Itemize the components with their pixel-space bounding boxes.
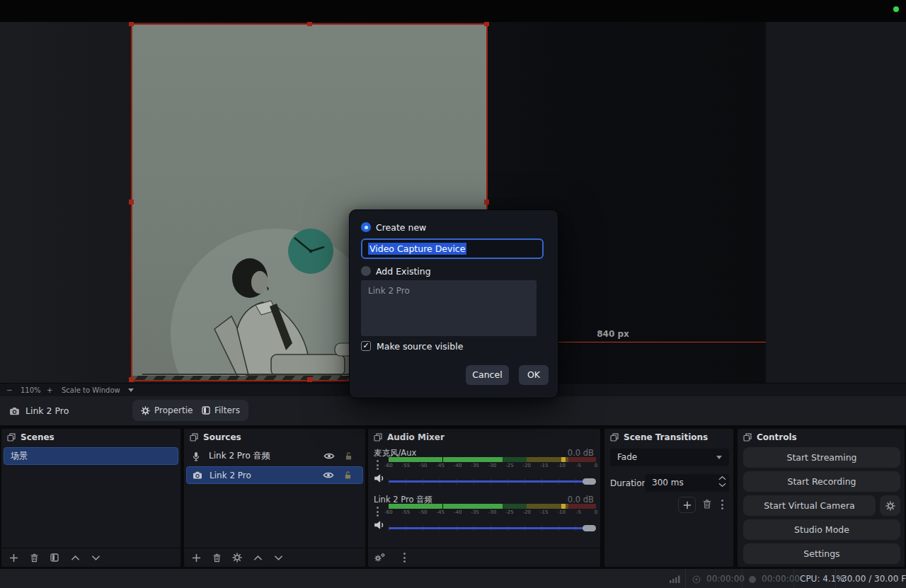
existing-sources-list[interactable]: Link 2 Pro bbox=[361, 280, 537, 336]
duration-label: Duration bbox=[610, 478, 647, 488]
add-source-button[interactable] bbox=[190, 552, 202, 563]
studio-mode-button[interactable]: Studio Mode bbox=[743, 519, 900, 540]
virtual-camera-config-button[interactable] bbox=[880, 495, 900, 516]
meter-tick-labels: -60-55-50-45-40-35-30-25-20-15-10-50 bbox=[389, 463, 596, 469]
volume-slider[interactable] bbox=[389, 527, 596, 529]
scene-transitions-header: Scene Transitions bbox=[604, 429, 733, 446]
add-scene-button[interactable] bbox=[8, 552, 19, 563]
volume-slider-handle[interactable] bbox=[583, 525, 596, 531]
source-name-input[interactable]: Video Capture Device bbox=[361, 238, 544, 259]
mixer-toolbar bbox=[368, 548, 600, 567]
controls-header: Controls bbox=[738, 429, 905, 446]
filter-icon bbox=[202, 406, 210, 415]
mixer-channel-db: 0.0 dB bbox=[568, 495, 594, 505]
zoom-in-button[interactable]: + bbox=[47, 386, 52, 394]
chevron-down-icon bbox=[716, 456, 722, 459]
lock-icon[interactable] bbox=[345, 451, 352, 461]
scene-filters-icon[interactable] bbox=[49, 552, 60, 563]
zoom-out-button[interactable]: − bbox=[6, 386, 12, 394]
spin-down-button[interactable] bbox=[718, 483, 726, 488]
transition-select[interactable]: Fade bbox=[610, 449, 729, 466]
gear-icon bbox=[885, 501, 895, 511]
move-source-down-button[interactable] bbox=[273, 552, 284, 563]
move-scene-up-button[interactable] bbox=[69, 552, 81, 563]
sources-panel-header: Sources bbox=[184, 429, 365, 446]
scene-transitions-title: Scene Transitions bbox=[624, 432, 708, 442]
camera-icon bbox=[193, 471, 203, 479]
make-source-visible-checkbox[interactable]: ✓ bbox=[361, 341, 371, 351]
add-existing-radio[interactable] bbox=[361, 266, 371, 276]
camera-icon bbox=[9, 407, 20, 415]
selected-source-toolbar: Link 2 Pro Properties Filters bbox=[0, 396, 906, 425]
resize-handle-top-left[interactable] bbox=[129, 22, 134, 26]
duration-value: 300 ms bbox=[652, 478, 684, 488]
lock-icon[interactable] bbox=[344, 471, 352, 480]
audio-mixer-header: Audio Mixer bbox=[368, 429, 600, 446]
spin-up-button[interactable] bbox=[718, 475, 726, 480]
transition-menu-kebab-icon[interactable] bbox=[721, 500, 723, 509]
kebab-icon[interactable] bbox=[377, 460, 379, 470]
controls-panel: Controls Start Streaming Start Recording… bbox=[737, 428, 905, 567]
resize-handle-bottom-mid[interactable] bbox=[307, 377, 312, 382]
cancel-button[interactable]: Cancel bbox=[466, 365, 509, 385]
make-source-visible-label: Make source visible bbox=[377, 341, 463, 352]
scale-mode-dropdown[interactable]: Scale to Window bbox=[62, 386, 120, 394]
existing-source-item[interactable]: Link 2 Pro bbox=[368, 286, 410, 296]
divider bbox=[835, 569, 836, 588]
create-new-radio[interactable] bbox=[361, 222, 371, 232]
ok-button[interactable]: OK bbox=[519, 365, 549, 385]
remove-scene-button[interactable] bbox=[28, 552, 40, 563]
chevron-down-icon[interactable] bbox=[128, 388, 134, 392]
move-scene-down-button[interactable] bbox=[90, 552, 101, 563]
start-recording-button[interactable]: Start Recording bbox=[743, 471, 900, 492]
move-source-up-button[interactable] bbox=[252, 552, 263, 563]
mixer-menu-kebab-icon[interactable] bbox=[398, 552, 410, 563]
resize-handle-top-right[interactable] bbox=[484, 22, 489, 26]
fps-indicator: 30.00 / 30.00 FPS bbox=[842, 574, 906, 584]
scene-row[interactable]: 场景 bbox=[4, 447, 178, 465]
dock-icon bbox=[190, 433, 198, 442]
speaker-icon[interactable] bbox=[374, 520, 385, 530]
resize-handle-top-mid[interactable] bbox=[307, 22, 312, 26]
source-row-video[interactable]: Link 2 Pro bbox=[186, 466, 363, 484]
start-streaming-button[interactable]: Start Streaming bbox=[743, 447, 900, 468]
dock-icon bbox=[610, 433, 619, 442]
start-virtual-camera-button[interactable]: Start Virtual Camera bbox=[743, 495, 876, 516]
source-properties-gear-icon[interactable] bbox=[231, 552, 243, 563]
gear-icon bbox=[141, 406, 150, 415]
scenes-panel-header: Scenes bbox=[1, 429, 180, 446]
remove-source-button[interactable] bbox=[211, 552, 222, 563]
dock-icon bbox=[743, 433, 752, 442]
source-name-selected-text: Video Capture Device bbox=[368, 243, 466, 255]
speaker-icon[interactable] bbox=[374, 473, 385, 483]
filters-button-label: Filters bbox=[214, 405, 240, 415]
divider bbox=[685, 569, 686, 588]
sources-toolbar bbox=[184, 548, 365, 567]
record-status-icon bbox=[748, 575, 757, 584]
remove-transition-button[interactable] bbox=[702, 499, 712, 509]
controls-title: Controls bbox=[757, 432, 797, 442]
audio-level-meter bbox=[389, 504, 596, 509]
volume-slider-handle[interactable] bbox=[583, 478, 596, 485]
settings-button[interactable]: Settings bbox=[743, 543, 900, 564]
scene-name: 场景 bbox=[11, 450, 28, 462]
source-row-audio[interactable]: Link 2 Pro 音频 bbox=[186, 447, 363, 465]
resize-handle-bottom-left[interactable] bbox=[129, 377, 134, 382]
duration-spinbox[interactable]: 300 ms bbox=[645, 474, 729, 492]
resize-handle-mid-right[interactable] bbox=[484, 200, 489, 204]
visibility-eye-icon[interactable] bbox=[323, 471, 334, 479]
dock-icon bbox=[374, 433, 382, 442]
audio-mixer-title: Audio Mixer bbox=[387, 432, 445, 442]
add-transition-button[interactable] bbox=[678, 497, 696, 513]
source-name: Link 2 Pro 音频 bbox=[209, 450, 270, 462]
volume-slider[interactable] bbox=[389, 480, 596, 483]
resize-handle-mid-left[interactable] bbox=[129, 200, 134, 204]
advanced-audio-gear-icon[interactable] bbox=[374, 552, 386, 563]
transition-selected-value: Fade bbox=[617, 452, 637, 462]
scenes-toolbar bbox=[1, 548, 180, 567]
visibility-eye-icon[interactable] bbox=[323, 452, 335, 460]
selected-source-name: Link 2 Pro bbox=[25, 405, 69, 416]
filters-button[interactable]: Filters bbox=[193, 400, 248, 421]
status-dot-icon bbox=[893, 6, 899, 12]
kebab-icon[interactable] bbox=[377, 507, 379, 517]
